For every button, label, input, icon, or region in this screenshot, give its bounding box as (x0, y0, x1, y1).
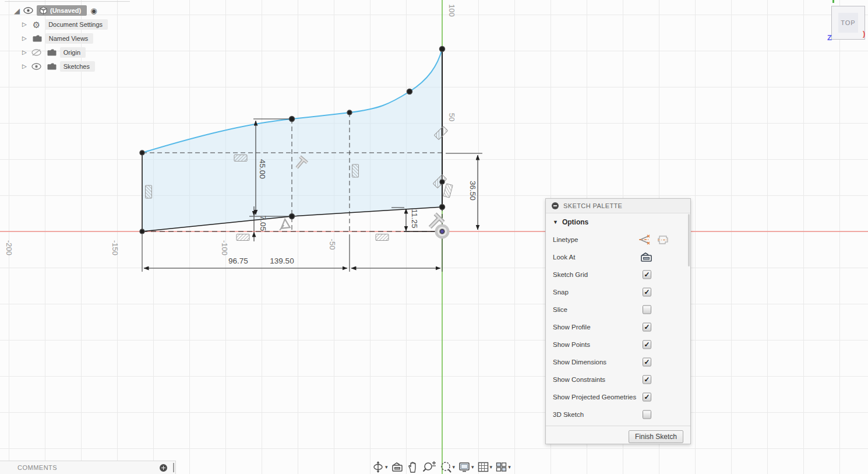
options-section-header[interactable]: ▼ Options (546, 213, 690, 231)
3d-sketch-checkbox[interactable] (643, 410, 651, 419)
browser-item-document-settings[interactable]: ▷ ⚙ Document Settings (22, 19, 108, 30)
component-cube-icon (40, 6, 47, 15)
comments-scrollbar-thumb[interactable] (173, 463, 174, 472)
sketch-point[interactable] (290, 117, 295, 122)
show-constraints-checkbox[interactable] (643, 375, 651, 384)
spline-linetype-icon[interactable] (638, 234, 651, 245)
browser-item-label[interactable]: Origin (60, 47, 86, 58)
construction-linetype-icon[interactable] (657, 234, 669, 245)
comments-bar[interactable]: COMMENTS (0, 461, 176, 474)
orbit-icon (372, 461, 384, 473)
viewcube-y-axis-stub (832, 0, 834, 3)
palette-row-3d-sketch: 3D Sketch (546, 406, 690, 423)
pan-button[interactable] (407, 461, 419, 473)
horizontal-constraint-icon[interactable] (237, 234, 249, 241)
dropdown-arrow-icon[interactable]: ▾ (453, 464, 456, 470)
browser-item-named-views[interactable]: ▷ Named Views (22, 33, 93, 44)
origin-point[interactable] (435, 224, 450, 239)
dropdown-arrow-icon[interactable]: ▾ (490, 464, 493, 470)
grid-settings-button[interactable]: ▾ (477, 461, 493, 473)
sketch-point[interactable] (140, 150, 144, 155)
palette-row-show-projected-geometries: Show Projected Geometries (546, 388, 690, 406)
finish-sketch-button[interactable]: Finish Sketch (629, 430, 683, 443)
sketch-point[interactable] (440, 180, 444, 184)
palette-row-show-dimensions: Show Dimensions (546, 353, 690, 371)
display-settings-button[interactable]: ▾ (458, 461, 474, 473)
row-label: Slice (553, 306, 567, 313)
palette-row-sketch-grid: Sketch Grid (546, 266, 690, 283)
horizontal-constraint-icon[interactable] (234, 155, 247, 161)
document-root-item[interactable]: (Unsaved) (37, 5, 87, 16)
slice-checkbox[interactable] (643, 306, 651, 314)
sketch-point[interactable] (347, 110, 352, 115)
palette-row-show-profile: Show Profile (546, 318, 690, 336)
look-at-button[interactable] (391, 461, 404, 473)
look-at-icon[interactable] (640, 252, 652, 262)
palette-header[interactable]: SKETCH PALETTE (546, 199, 690, 213)
viewcube[interactable]: TOP (831, 6, 865, 40)
dropdown-arrow-icon[interactable]: ▾ (471, 464, 474, 470)
activate-radio-icon[interactable]: ◉ (90, 7, 97, 15)
visibility-eye-icon[interactable] (23, 7, 33, 14)
svg-text:-200: -200 (5, 240, 13, 255)
dropdown-arrow-icon[interactable]: ▾ (385, 464, 388, 470)
browser-item-origin[interactable]: ▷ Origin (22, 47, 86, 58)
viewcube-face-label[interactable]: TOP (841, 19, 855, 26)
browser-collapse-icon[interactable]: ◢ (14, 7, 20, 15)
expand-arrow-icon[interactable]: ▷ (22, 64, 27, 69)
collapse-minus-icon[interactable] (552, 202, 559, 209)
palette-row-slice: Slice (546, 301, 690, 318)
dim-7[interactable]: 7.05 (259, 216, 267, 231)
sketch-grid-checkbox[interactable] (643, 271, 651, 279)
browser-item-label[interactable]: Sketches (60, 61, 95, 72)
zoom-window-icon (439, 461, 452, 473)
dim-45[interactable]: 45.00 (258, 159, 267, 179)
viewcube-z-axis-label: Z (827, 33, 832, 42)
viewports-button[interactable]: ▾ (495, 461, 511, 473)
snap-checkbox[interactable] (643, 288, 651, 297)
vertical-constraint-icon[interactable] (146, 185, 152, 198)
add-comment-icon[interactable] (160, 464, 167, 472)
sketch-palette: SKETCH PALETTE ▼ Options Linetype Look A… (545, 198, 691, 444)
browser-item-label[interactable]: Named Views (45, 33, 94, 44)
palette-row-show-constraints: Show Constraints (546, 371, 690, 388)
sketch-point[interactable] (407, 89, 412, 94)
browser-item-label[interactable]: Document Settings (45, 19, 108, 30)
zoom-window-button[interactable]: ▾ (439, 461, 456, 473)
visibility-off-eye-icon[interactable] (31, 49, 41, 56)
sketch-point[interactable] (440, 47, 445, 52)
row-label: Show Dimensions (553, 359, 606, 366)
vertical-constraint-icon[interactable] (352, 164, 359, 177)
show-dimensions-checkbox[interactable] (643, 358, 651, 367)
browser-item-sketches[interactable]: ▷ Sketches (22, 61, 95, 72)
dim-36[interactable]: 36.50 (468, 181, 477, 201)
options-section-label: Options (562, 218, 588, 226)
dim-11[interactable]: 11.25 (410, 209, 419, 229)
expand-arrow-icon[interactable]: ▷ (22, 50, 27, 55)
show-profile-checkbox[interactable] (643, 323, 651, 332)
dim-96[interactable]: 96.75 (228, 257, 248, 265)
browser-root-row[interactable]: ◢ (Unsaved) ◉ (14, 5, 97, 16)
row-label: 3D Sketch (553, 411, 584, 418)
visibility-eye-icon[interactable] (31, 63, 41, 70)
show-projected-geometries-checkbox[interactable] (643, 393, 651, 402)
svg-text:-50: -50 (328, 239, 337, 250)
viewcube-x-axis-glyph: ) (863, 29, 865, 38)
row-label: Sketch Grid (553, 271, 588, 278)
chevron-down-icon: ▼ (553, 219, 558, 225)
dropdown-arrow-icon[interactable]: ▾ (508, 464, 511, 470)
row-label: Snap (553, 289, 569, 296)
sketch-point[interactable] (140, 229, 144, 234)
palette-row-show-points: Show Points (546, 336, 690, 353)
zoom-button[interactable] (422, 461, 436, 473)
horizontal-constraint-icon[interactable] (376, 234, 389, 241)
parallel-constraint-icon[interactable] (443, 184, 453, 198)
expand-arrow-icon[interactable]: ▷ (22, 36, 27, 41)
expand-arrow-icon[interactable]: ▷ (22, 22, 27, 27)
show-points-checkbox[interactable] (643, 340, 651, 349)
sketch-point[interactable] (290, 214, 295, 219)
symmetry-constraint-icon[interactable] (278, 219, 290, 230)
orbit-button[interactable]: ▾ (372, 461, 388, 473)
sketch-point[interactable] (440, 205, 445, 210)
dim-139[interactable]: 139.50 (270, 257, 294, 265)
